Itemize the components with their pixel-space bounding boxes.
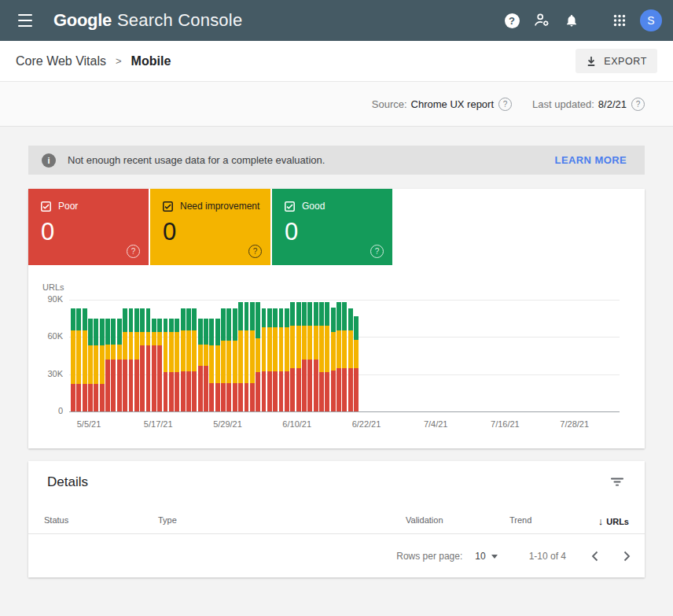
bar-segment-good [94,319,98,346]
x-tick-label: 5/5/21 [77,419,101,429]
chart-bar [221,308,226,411]
breadcrumb-section[interactable]: Core Web Vitals [16,54,106,68]
bar-segment-good [105,319,110,345]
chart-bar [83,308,87,411]
chart-bar [117,319,122,411]
bar-segment-good [140,308,145,332]
bar-segment-poor [186,371,191,411]
bar-segment-need-improvement [221,341,226,383]
user-settings-button[interactable] [527,6,557,35]
bar-segment-good [123,308,127,332]
download-icon [586,56,597,67]
chart-bar [175,319,179,411]
next-page-button[interactable] [623,551,631,562]
bar-segment-good [331,308,336,333]
column-header-urls-sorted[interactable]: ↓URLs [598,515,629,527]
source-label: Source: [372,98,407,110]
chevron-left-icon [591,551,598,562]
apps-grid-button[interactable] [605,6,634,35]
bar-segment-poor [152,345,156,411]
bar-segment-poor [348,368,353,411]
column-label: URLs [606,517,629,526]
learn-more-link[interactable]: LEARN MORE [555,154,631,166]
x-tick-label: 6/10/21 [282,419,311,429]
last-updated-help-icon[interactable]: ? [631,98,645,111]
bar-segment-need-improvement [71,330,75,384]
banner-message: Not enough recent usage data for a compl… [68,154,325,166]
bar-segment-need-improvement [331,332,336,371]
last-updated-label: Last updated: [532,98,594,110]
bar-segment-good [238,302,243,330]
bar-segment-need-improvement [164,332,168,371]
bar-segment-poor [233,383,237,411]
bar-segment-need-improvement [146,332,151,345]
bar-segment-need-improvement [204,345,208,366]
chevron-down-icon [491,555,498,559]
rows-per-page-value: 10 [475,551,485,562]
bar-segment-need-improvement [250,330,255,382]
bar-segment-need-improvement [302,326,307,360]
rows-per-page-select[interactable]: 10 [475,551,497,562]
gridline [69,300,620,301]
bar-segment-poor [354,368,359,411]
column-header-validation[interactable]: Validation [406,515,443,525]
app-logo[interactable]: Google Search Console [53,10,242,31]
bar-segment-good [111,319,116,345]
user-avatar[interactable]: S [640,9,662,31]
bar-segment-good [169,319,174,332]
bar-segment-good [273,308,278,327]
bar-segment-good [192,308,197,330]
bar-segment-poor [111,360,116,411]
notifications-button[interactable] [557,6,587,35]
y-tick-label: 90K [28,294,63,304]
bar-segment-need-improvement [325,326,329,371]
bar-segment-need-improvement [181,330,186,371]
chart-bar [192,308,197,411]
bar-segment-good [354,316,359,340]
chart-bar [152,319,156,411]
bar-segment-poor [181,371,186,411]
bar-segment-poor [302,360,307,411]
filter-button[interactable] [607,474,627,491]
column-header-type[interactable]: Type [158,515,177,525]
bar-segment-good [226,308,231,341]
column-header-status[interactable]: Status [44,515,68,525]
bar-segment-need-improvement [215,345,220,382]
bar-segment-poor [157,345,162,411]
bar-segment-need-improvement [140,332,145,345]
chart-bar [273,308,278,411]
source-help-icon[interactable]: ? [498,98,512,111]
x-tick-label: 5/29/21 [213,419,242,429]
rows-per-page-label: Rows per page: [396,551,462,562]
breadcrumb-bar: Core Web Vitals > Mobile EXPORT [0,41,673,82]
chart-bar [157,319,162,411]
chart-bar [226,308,231,411]
column-header-trend[interactable]: Trend [509,515,531,525]
bar-segment-good [302,302,307,326]
y-tick-label: 60K [28,331,63,341]
help-button[interactable]: ? [497,6,527,35]
export-button[interactable]: EXPORT [576,49,657,73]
x-tick-label: 7/16/21 [491,419,520,429]
bar-segment-poor [336,368,341,411]
bar-segment-good [157,319,162,332]
bar-segment-need-improvement [83,330,87,384]
bar-segment-good [290,302,295,326]
bar-segment-poor [100,384,105,411]
bar-segment-poor [76,384,81,411]
bar-segment-poor [129,360,134,411]
bar-segment-poor [192,371,197,411]
chart-bar [198,319,203,411]
top-app-bar: Google Search Console ? S [0,0,673,41]
previous-page-button[interactable] [591,551,598,562]
bar-segment-need-improvement [88,345,93,384]
brand-google: Google [53,10,112,31]
bar-segment-good [76,308,81,330]
chart-bar [204,319,208,411]
bar-segment-poor [256,372,260,411]
chart-bar [256,302,260,411]
breadcrumb-separator: > [116,55,122,67]
chart-bar [250,302,255,411]
bar-segment-good [307,302,312,326]
hamburger-menu-icon[interactable] [9,5,41,36]
